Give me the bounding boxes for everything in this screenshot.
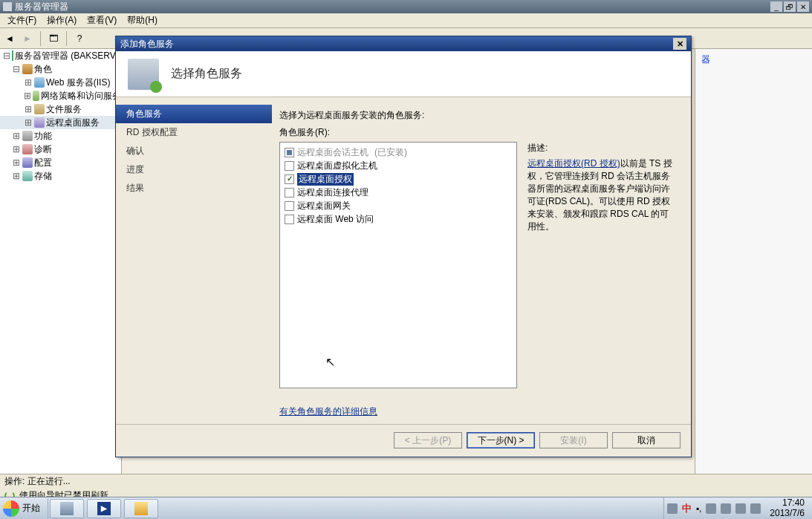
tree-item-roles[interactable]: ⊟角色: [0, 62, 121, 76]
next-button[interactable]: 下一步(N) >: [467, 432, 535, 448]
wizard-more-info: 有关角色服务的详细信息: [279, 405, 678, 418]
description-text: 远程桌面授权(RD 授权)以前是 TS 授权，它管理连接到 RD 会话主机服务器…: [527, 157, 678, 233]
tree-item-label: 功能: [34, 130, 52, 143]
role-description: 描述: 远程桌面授权(RD 授权)以前是 TS 授权，它管理连接到 RD 会话主…: [527, 142, 678, 401]
wizard-heading: 选择角色服务: [171, 66, 242, 82]
explorer-icon: [134, 502, 148, 515]
wizard-step-progress[interactable]: 进度: [116, 160, 272, 179]
more-info-link[interactable]: 有关角色服务的详细信息: [279, 406, 377, 417]
tree-item-label: 网络策略和访问服务: [41, 90, 121, 102]
add-role-services-wizard: 添加角色服务 ✕ 选择角色服务 角色服务 RD 授权配置 确认 进度 结果 选择…: [115, 36, 692, 457]
help-button[interactable]: ?: [73, 32, 86, 45]
tree-item-label: 存储: [34, 170, 52, 183]
ime-icon[interactable]: ▪,: [696, 503, 702, 514]
tree-item-diag[interactable]: ⊞诊断: [0, 143, 121, 156]
refresh-button[interactable]: 🗔: [47, 32, 60, 45]
wizard-body: 角色服务 RD 授权配置 确认 进度 结果 选择为远程桌面服务安装的角色服务: …: [116, 97, 691, 424]
wizard-step-role-services[interactable]: 角色服务: [116, 105, 272, 123]
menu-action[interactable]: 操作(A): [42, 14, 81, 27]
clock-date: 2013/7/6: [770, 509, 805, 518]
tree-item-label: 服务器管理器 (BAKSERVER): [15, 50, 122, 62]
tree-item-label: 远程桌面服务: [46, 117, 100, 129]
toolbar-separator: [40, 31, 41, 46]
volume-icon[interactable]: [750, 503, 761, 514]
list-item[interactable]: 远程桌面授权: [285, 172, 512, 186]
wizard-step-results[interactable]: 结果: [116, 179, 272, 198]
network-icon[interactable]: [735, 503, 746, 514]
tree-item-file[interactable]: ⊞文件服务: [0, 102, 121, 116]
prev-button[interactable]: < 上一步(P): [394, 432, 462, 448]
window-close-button[interactable]: ✕: [797, 1, 809, 12]
tree-item-label: 配置: [34, 157, 52, 169]
clock-time: 17:40: [770, 498, 805, 508]
list-item[interactable]: 远程桌面 Web 访问: [285, 212, 512, 226]
wizard-title-text: 添加角色服务: [120, 38, 673, 50]
list-item-label: 远程桌面连接代理: [297, 186, 368, 199]
action-item[interactable]: 器: [695, 49, 812, 71]
tree-item-root[interactable]: ⊟服务器管理器 (BAKSERVER): [0, 49, 121, 62]
tray-icon[interactable]: [667, 503, 678, 514]
wizard-main: 选择为远程桌面服务安装的角色服务: 角色服务(R): 远程桌面会话主机 (已安装…: [272, 97, 691, 424]
list-item[interactable]: 远程桌面网关: [285, 199, 512, 212]
menu-file[interactable]: 文件(F): [3, 14, 41, 27]
wizard-steps: 角色服务 RD 授权配置 确认 进度 结果: [116, 97, 272, 424]
bottom-status-text: 正在进行...: [27, 475, 71, 488]
menu-bar: 文件(F) 操作(A) 查看(V) 帮助(H): [0, 13, 812, 28]
cancel-button[interactable]: 取消: [612, 432, 681, 448]
forward-button[interactable]: ►: [21, 32, 34, 45]
wizard-titlebar[interactable]: 添加角色服务 ✕: [116, 36, 691, 51]
tree-item-web[interactable]: ⊞Web 服务器(IIS): [0, 76, 121, 89]
role-services-list[interactable]: 远程桌面会话主机 (已安装) 远程桌面虚拟化主机 远程桌面授权 远程桌面连接代理: [279, 142, 517, 388]
list-item-label: 远程桌面虚拟化主机: [297, 160, 377, 172]
checkbox-icon[interactable]: [285, 201, 294, 211]
language-indicator[interactable]: 中: [682, 502, 692, 515]
wizard-step-confirm[interactable]: 确认: [116, 142, 272, 160]
menu-help[interactable]: 帮助(H): [123, 14, 162, 27]
list-item[interactable]: 远程桌面连接代理: [285, 186, 512, 199]
navigation-tree[interactable]: ⊟服务器管理器 (BAKSERVER) ⊟角色 ⊞Web 服务器(IIS) ⊞网…: [0, 49, 122, 487]
system-tray: 中 ▪, 17:40 2013/7/6: [663, 497, 812, 519]
list-item-label: 远程桌面会话主机: [297, 146, 368, 159]
tree-item-stor[interactable]: ⊞存储: [0, 169, 121, 183]
taskbar-clock[interactable]: 17:40 2013/7/6: [765, 498, 809, 518]
back-button[interactable]: ◄: [3, 32, 16, 45]
tree-item-rds[interactable]: ⊞远程桌面服务: [0, 116, 121, 129]
wizard-header: 选择角色服务: [116, 51, 691, 97]
tree-item-label: 文件服务: [46, 103, 82, 116]
checkbox-icon[interactable]: [285, 188, 294, 198]
start-label: 开始: [22, 502, 40, 515]
app-icon: [3, 2, 12, 11]
start-orb-icon: [3, 500, 19, 517]
server-manager-icon: [60, 502, 74, 515]
checkbox-icon[interactable]: [285, 215, 294, 224]
list-item-label: 远程桌面 Web 访问: [297, 213, 374, 226]
toolbar-separator: [66, 31, 67, 46]
list-item-label: 远程桌面授权: [297, 173, 354, 186]
start-button[interactable]: 开始: [0, 498, 48, 519]
description-link[interactable]: 远程桌面授权(RD 授权): [527, 158, 620, 169]
bottom-status-label: 操作:: [4, 475, 25, 488]
description-body: 以前是 TS 授权，它管理连接到 RD 会话主机服务器所需的远程桌面服务客户端访…: [527, 158, 672, 232]
tree-item-conf[interactable]: ⊞配置: [0, 156, 121, 169]
window-minimize-button[interactable]: _: [770, 1, 782, 12]
taskbar-item-powershell[interactable]: ▶: [87, 499, 121, 518]
checkbox-icon[interactable]: [285, 174, 294, 184]
taskbar-item-server-manager[interactable]: [50, 499, 84, 518]
checkbox-icon[interactable]: [285, 161, 294, 171]
menu-view[interactable]: 查看(V): [82, 14, 121, 27]
list-item[interactable]: 远程桌面虚拟化主机: [285, 159, 512, 172]
wizard-close-button[interactable]: ✕: [673, 38, 686, 50]
list-item[interactable]: 远程桌面会话主机 (已安装): [285, 146, 512, 159]
window-restore-button[interactable]: 🗗: [784, 1, 796, 12]
tray-icon[interactable]: [721, 503, 731, 514]
tree-item-label: 诊断: [34, 143, 52, 156]
taskbar-item-explorer[interactable]: [124, 499, 158, 518]
tree-item-net[interactable]: ⊞网络策略和访问服务: [0, 89, 121, 102]
tray-icon[interactable]: [706, 503, 716, 514]
installed-note: (已安装): [374, 146, 407, 159]
taskbar: 开始 ▶ 中 ▪, 17:40 2013/7/6: [0, 497, 812, 519]
wizard-step-rd-licensing[interactable]: RD 授权配置: [116, 123, 272, 142]
tree-item-features[interactable]: ⊞功能: [0, 129, 121, 143]
window-titlebar[interactable]: 服务器管理器 _ 🗗 ✕: [0, 0, 812, 13]
install-button[interactable]: 安装(I): [539, 432, 608, 448]
